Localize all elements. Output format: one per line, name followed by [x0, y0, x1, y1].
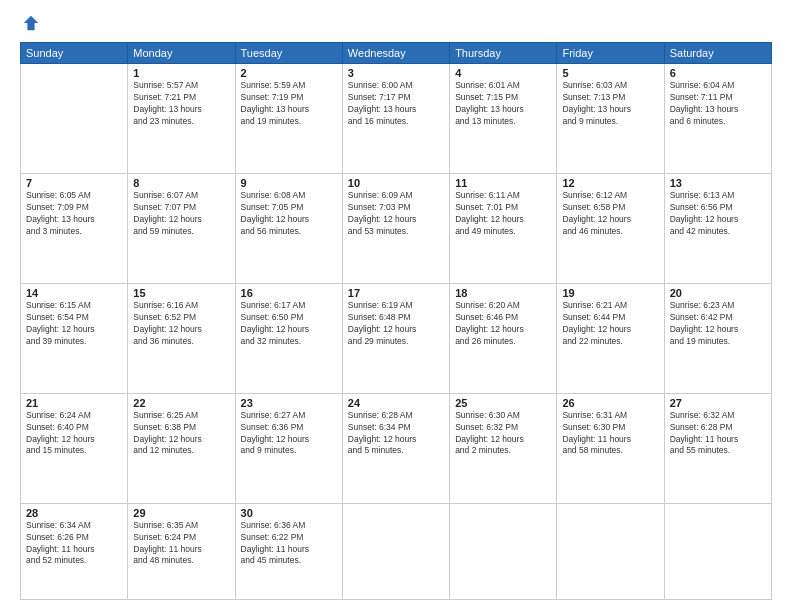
day-number: 2: [241, 67, 337, 79]
calendar-cell: [557, 503, 664, 599]
calendar-cell: 23Sunrise: 6:27 AMSunset: 6:36 PMDayligh…: [235, 393, 342, 503]
calendar-cell: 18Sunrise: 6:20 AMSunset: 6:46 PMDayligh…: [450, 283, 557, 393]
day-info: Sunrise: 6:01 AMSunset: 7:15 PMDaylight:…: [455, 80, 551, 128]
calendar-cell: 22Sunrise: 6:25 AMSunset: 6:38 PMDayligh…: [128, 393, 235, 503]
day-number: 12: [562, 177, 658, 189]
weekday-header-thursday: Thursday: [450, 43, 557, 64]
day-info: Sunrise: 6:00 AMSunset: 7:17 PMDaylight:…: [348, 80, 444, 128]
calendar-cell: 19Sunrise: 6:21 AMSunset: 6:44 PMDayligh…: [557, 283, 664, 393]
day-info: Sunrise: 6:27 AMSunset: 6:36 PMDaylight:…: [241, 410, 337, 458]
day-number: 24: [348, 397, 444, 409]
calendar-cell: 5Sunrise: 6:03 AMSunset: 7:13 PMDaylight…: [557, 64, 664, 174]
calendar-cell: 10Sunrise: 6:09 AMSunset: 7:03 PMDayligh…: [342, 173, 449, 283]
day-info: Sunrise: 6:20 AMSunset: 6:46 PMDaylight:…: [455, 300, 551, 348]
day-number: 23: [241, 397, 337, 409]
day-info: Sunrise: 6:09 AMSunset: 7:03 PMDaylight:…: [348, 190, 444, 238]
day-info: Sunrise: 6:16 AMSunset: 6:52 PMDaylight:…: [133, 300, 229, 348]
day-info: Sunrise: 6:05 AMSunset: 7:09 PMDaylight:…: [26, 190, 122, 238]
day-info: Sunrise: 5:57 AMSunset: 7:21 PMDaylight:…: [133, 80, 229, 128]
calendar-week-2: 7Sunrise: 6:05 AMSunset: 7:09 PMDaylight…: [21, 173, 772, 283]
day-info: Sunrise: 6:07 AMSunset: 7:07 PMDaylight:…: [133, 190, 229, 238]
day-number: 26: [562, 397, 658, 409]
calendar-cell: 14Sunrise: 6:15 AMSunset: 6:54 PMDayligh…: [21, 283, 128, 393]
weekday-header-sunday: Sunday: [21, 43, 128, 64]
calendar-cell: 11Sunrise: 6:11 AMSunset: 7:01 PMDayligh…: [450, 173, 557, 283]
calendar-cell: 25Sunrise: 6:30 AMSunset: 6:32 PMDayligh…: [450, 393, 557, 503]
day-info: Sunrise: 5:59 AMSunset: 7:19 PMDaylight:…: [241, 80, 337, 128]
day-number: 27: [670, 397, 766, 409]
day-info: Sunrise: 6:34 AMSunset: 6:26 PMDaylight:…: [26, 520, 122, 568]
calendar-cell: 27Sunrise: 6:32 AMSunset: 6:28 PMDayligh…: [664, 393, 771, 503]
calendar-cell: [664, 503, 771, 599]
calendar-cell: 20Sunrise: 6:23 AMSunset: 6:42 PMDayligh…: [664, 283, 771, 393]
day-info: Sunrise: 6:28 AMSunset: 6:34 PMDaylight:…: [348, 410, 444, 458]
day-info: Sunrise: 6:31 AMSunset: 6:30 PMDaylight:…: [562, 410, 658, 458]
day-number: 6: [670, 67, 766, 79]
calendar-cell: 26Sunrise: 6:31 AMSunset: 6:30 PMDayligh…: [557, 393, 664, 503]
calendar-table: SundayMondayTuesdayWednesdayThursdayFrid…: [20, 42, 772, 600]
weekday-header-tuesday: Tuesday: [235, 43, 342, 64]
day-info: Sunrise: 6:36 AMSunset: 6:22 PMDaylight:…: [241, 520, 337, 568]
calendar-cell: 15Sunrise: 6:16 AMSunset: 6:52 PMDayligh…: [128, 283, 235, 393]
day-number: 5: [562, 67, 658, 79]
day-number: 28: [26, 507, 122, 519]
day-info: Sunrise: 6:12 AMSunset: 6:58 PMDaylight:…: [562, 190, 658, 238]
calendar-week-5: 28Sunrise: 6:34 AMSunset: 6:26 PMDayligh…: [21, 503, 772, 599]
calendar-cell: 29Sunrise: 6:35 AMSunset: 6:24 PMDayligh…: [128, 503, 235, 599]
calendar-cell: 3Sunrise: 6:00 AMSunset: 7:17 PMDaylight…: [342, 64, 449, 174]
calendar-cell: 9Sunrise: 6:08 AMSunset: 7:05 PMDaylight…: [235, 173, 342, 283]
day-info: Sunrise: 6:04 AMSunset: 7:11 PMDaylight:…: [670, 80, 766, 128]
day-number: 16: [241, 287, 337, 299]
day-info: Sunrise: 6:32 AMSunset: 6:28 PMDaylight:…: [670, 410, 766, 458]
calendar-cell: 24Sunrise: 6:28 AMSunset: 6:34 PMDayligh…: [342, 393, 449, 503]
day-number: 7: [26, 177, 122, 189]
calendar-cell: 4Sunrise: 6:01 AMSunset: 7:15 PMDaylight…: [450, 64, 557, 174]
calendar-cell: [450, 503, 557, 599]
calendar-cell: [342, 503, 449, 599]
calendar-cell: 2Sunrise: 5:59 AMSunset: 7:19 PMDaylight…: [235, 64, 342, 174]
day-info: Sunrise: 6:19 AMSunset: 6:48 PMDaylight:…: [348, 300, 444, 348]
day-number: 30: [241, 507, 337, 519]
calendar-week-3: 14Sunrise: 6:15 AMSunset: 6:54 PMDayligh…: [21, 283, 772, 393]
weekday-header-saturday: Saturday: [664, 43, 771, 64]
calendar-cell: 12Sunrise: 6:12 AMSunset: 6:58 PMDayligh…: [557, 173, 664, 283]
svg-marker-0: [24, 16, 38, 30]
calendar-cell: 17Sunrise: 6:19 AMSunset: 6:48 PMDayligh…: [342, 283, 449, 393]
day-number: 8: [133, 177, 229, 189]
day-number: 29: [133, 507, 229, 519]
calendar-cell: 30Sunrise: 6:36 AMSunset: 6:22 PMDayligh…: [235, 503, 342, 599]
day-info: Sunrise: 6:11 AMSunset: 7:01 PMDaylight:…: [455, 190, 551, 238]
day-info: Sunrise: 6:35 AMSunset: 6:24 PMDaylight:…: [133, 520, 229, 568]
day-info: Sunrise: 6:08 AMSunset: 7:05 PMDaylight:…: [241, 190, 337, 238]
calendar-cell: 16Sunrise: 6:17 AMSunset: 6:50 PMDayligh…: [235, 283, 342, 393]
calendar-cell: 7Sunrise: 6:05 AMSunset: 7:09 PMDaylight…: [21, 173, 128, 283]
header: [20, 16, 772, 34]
calendar-cell: 8Sunrise: 6:07 AMSunset: 7:07 PMDaylight…: [128, 173, 235, 283]
day-number: 9: [241, 177, 337, 189]
calendar-cell: [21, 64, 128, 174]
calendar-cell: 28Sunrise: 6:34 AMSunset: 6:26 PMDayligh…: [21, 503, 128, 599]
day-info: Sunrise: 6:30 AMSunset: 6:32 PMDaylight:…: [455, 410, 551, 458]
day-number: 15: [133, 287, 229, 299]
weekday-header-monday: Monday: [128, 43, 235, 64]
day-info: Sunrise: 6:15 AMSunset: 6:54 PMDaylight:…: [26, 300, 122, 348]
day-number: 11: [455, 177, 551, 189]
day-number: 13: [670, 177, 766, 189]
day-number: 25: [455, 397, 551, 409]
calendar-cell: 13Sunrise: 6:13 AMSunset: 6:56 PMDayligh…: [664, 173, 771, 283]
calendar-cell: 21Sunrise: 6:24 AMSunset: 6:40 PMDayligh…: [21, 393, 128, 503]
day-number: 4: [455, 67, 551, 79]
day-number: 22: [133, 397, 229, 409]
day-number: 20: [670, 287, 766, 299]
calendar-cell: 6Sunrise: 6:04 AMSunset: 7:11 PMDaylight…: [664, 64, 771, 174]
day-info: Sunrise: 6:13 AMSunset: 6:56 PMDaylight:…: [670, 190, 766, 238]
page: SundayMondayTuesdayWednesdayThursdayFrid…: [0, 0, 792, 612]
day-number: 3: [348, 67, 444, 79]
weekday-header-wednesday: Wednesday: [342, 43, 449, 64]
calendar-week-1: 1Sunrise: 5:57 AMSunset: 7:21 PMDaylight…: [21, 64, 772, 174]
day-number: 17: [348, 287, 444, 299]
day-info: Sunrise: 6:24 AMSunset: 6:40 PMDaylight:…: [26, 410, 122, 458]
logo-icon: [22, 14, 40, 32]
day-info: Sunrise: 6:25 AMSunset: 6:38 PMDaylight:…: [133, 410, 229, 458]
day-number: 14: [26, 287, 122, 299]
